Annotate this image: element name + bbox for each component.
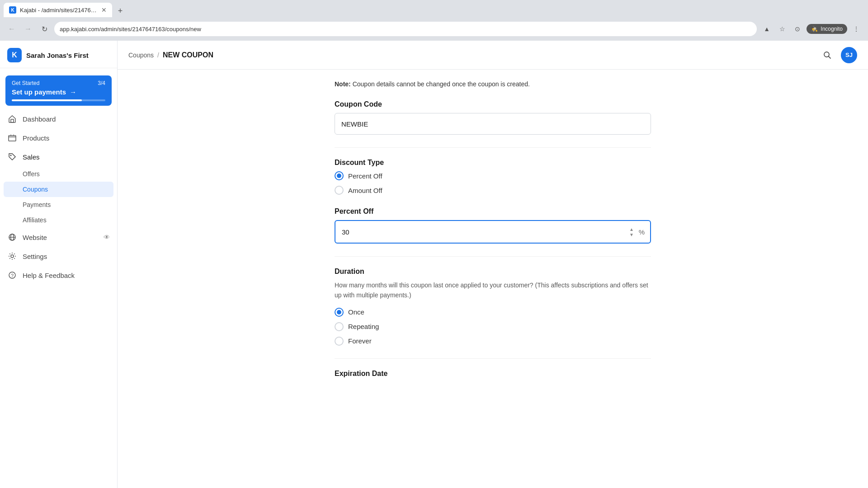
- sidebar-sub-item-affiliates[interactable]: Affiliates: [0, 212, 117, 228]
- coupon-code-input[interactable]: [335, 113, 651, 135]
- duration-radio-group: Once Repeating Forever: [335, 308, 651, 346]
- percent-off-radio-circle: [335, 171, 344, 180]
- sidebar-sub-item-offers[interactable]: Offers: [0, 166, 117, 182]
- repeating-radio-circle: [335, 322, 344, 331]
- house-icon: [7, 114, 17, 124]
- sidebar-sub-item-payments[interactable]: Payments: [0, 197, 117, 212]
- page-header: Coupons / NEW COUPON SJ: [118, 41, 868, 70]
- sidebar-logo: K Sarah Jonas's First: [0, 41, 117, 68]
- incognito-label: Incognito: [821, 26, 843, 32]
- svg-rect-1: [9, 136, 16, 141]
- sidebar: K Sarah Jonas's First Get Started 3/4 Se…: [0, 41, 118, 488]
- duration-label: Duration: [335, 267, 651, 276]
- repeating-radio[interactable]: Repeating: [335, 322, 651, 331]
- coupon-code-label: Coupon Code: [335, 100, 651, 108]
- bookmark-button[interactable]: ☆: [776, 23, 788, 35]
- sidebar-item-label: Settings: [23, 253, 47, 260]
- get-started-progress-bar: [12, 99, 105, 101]
- percent-off-section: Percent Off ▲ ▼ %: [335, 207, 651, 244]
- breadcrumb-current: NEW COUPON: [163, 51, 213, 59]
- menu-button[interactable]: ⋮: [850, 23, 863, 35]
- sidebar-item-label: Products: [23, 134, 49, 142]
- app: K Sarah Jonas's First Get Started 3/4 Se…: [0, 41, 868, 488]
- divider-3: [335, 358, 651, 359]
- question-icon: ?: [7, 270, 17, 280]
- once-radio[interactable]: Once: [335, 308, 651, 317]
- svg-point-6: [11, 255, 14, 258]
- logo-text: Sarah Jonas's First: [26, 52, 89, 59]
- get-started-progress: 3/4: [98, 80, 105, 86]
- sub-item-label: Coupons: [23, 186, 48, 193]
- divider-2: [335, 256, 651, 257]
- coupon-code-section: Coupon Code: [335, 100, 651, 135]
- tab-title: Kajabi - /admin/sites/214764716...: [20, 7, 98, 14]
- logo-icon: K: [7, 48, 22, 62]
- note-prefix: Note:: [335, 80, 351, 88]
- header-actions: SJ: [819, 47, 857, 63]
- address-bar[interactable]: app.kajabi.com/admin/sites/2147647163/co…: [54, 22, 757, 36]
- get-started-label: Get Started: [12, 80, 39, 86]
- profile-button[interactable]: ⊙: [791, 23, 804, 35]
- percent-off-label: Percent Off: [348, 172, 382, 180]
- sidebar-item-dashboard[interactable]: Dashboard: [0, 109, 117, 128]
- sidebar-content: Get Started 3/4 Set up payments →: [0, 68, 117, 488]
- breadcrumb-parent[interactable]: Coupons: [128, 52, 154, 59]
- new-tab-button[interactable]: +: [114, 5, 127, 17]
- discount-type-section: Discount Type Percent Off Amount Off: [335, 159, 651, 195]
- forever-radio[interactable]: Forever: [335, 337, 651, 346]
- expiration-date-section: Expiration Date: [335, 370, 651, 378]
- percent-off-input[interactable]: [335, 220, 651, 244]
- note-box: Note: Coupon details cannot be changed o…: [335, 80, 651, 88]
- percent-off-radio[interactable]: Percent Off: [335, 171, 651, 180]
- incognito-button[interactable]: 🕵 Incognito: [807, 24, 847, 34]
- once-radio-circle: [335, 308, 344, 317]
- forever-radio-circle: [335, 337, 344, 346]
- sidebar-item-label: Sales: [23, 153, 40, 161]
- spin-down-button[interactable]: ▼: [628, 232, 635, 237]
- get-started-banner[interactable]: Get Started 3/4 Set up payments →: [5, 75, 112, 106]
- browser-toolbar: ← → ↻ app.kajabi.com/admin/sites/2147647…: [0, 17, 868, 41]
- browser-chrome: K Kajabi - /admin/sites/214764716... ✕ +…: [0, 0, 868, 41]
- percent-off-field-label: Percent Off: [335, 207, 651, 216]
- percent-symbol: %: [639, 228, 645, 236]
- tab-close-button[interactable]: ✕: [101, 6, 107, 14]
- sub-item-label: Offers: [23, 170, 40, 178]
- sidebar-item-products[interactable]: Products: [0, 128, 117, 147]
- eye-icon: 👁: [104, 234, 110, 241]
- discount-type-radio-group: Percent Off Amount Off: [335, 171, 651, 195]
- discount-type-label: Discount Type: [335, 159, 651, 167]
- reload-button[interactable]: ↻: [38, 23, 51, 35]
- svg-line-10: [829, 56, 831, 58]
- main-area: Coupons / NEW COUPON SJ Note:: [118, 41, 868, 488]
- breadcrumb-separator: /: [157, 52, 159, 59]
- amount-off-radio[interactable]: Amount Off: [335, 186, 651, 195]
- note-text: Coupon details cannot be changed once th…: [353, 80, 530, 88]
- forward-button[interactable]: →: [22, 23, 34, 35]
- search-button[interactable]: [819, 47, 835, 63]
- sub-item-label: Affiliates: [23, 216, 47, 224]
- tab-favicon: K: [9, 6, 16, 14]
- once-label: Once: [348, 308, 364, 316]
- sidebar-item-settings[interactable]: Settings: [0, 247, 117, 266]
- sidebar-item-website[interactable]: Website 👁: [0, 228, 117, 247]
- back-button[interactable]: ←: [5, 23, 18, 35]
- breadcrumb: Coupons / NEW COUPON: [128, 51, 814, 59]
- sidebar-item-label: Website: [23, 234, 47, 241]
- repeating-label: Repeating: [348, 323, 379, 330]
- amount-off-radio-circle: [335, 186, 344, 195]
- sidebar-item-sales[interactable]: Sales: [0, 147, 117, 166]
- forever-label: Forever: [348, 337, 372, 345]
- avatar[interactable]: SJ: [841, 47, 857, 63]
- cast-button[interactable]: ▲: [760, 23, 773, 35]
- duration-description: How many months will this coupon last on…: [335, 280, 651, 300]
- sidebar-item-help[interactable]: ? Help & Feedback: [0, 266, 117, 285]
- sidebar-sub-item-coupons[interactable]: Coupons: [4, 182, 113, 197]
- browser-tabs: K Kajabi - /admin/sites/214764716... ✕ +: [0, 0, 868, 17]
- divider: [335, 147, 651, 148]
- sidebar-item-label: Help & Feedback: [23, 272, 75, 279]
- expiration-date-label: Expiration Date: [335, 370, 651, 378]
- gear-icon: [7, 251, 17, 261]
- active-tab[interactable]: K Kajabi - /admin/sites/214764716... ✕: [4, 3, 112, 17]
- spin-up-button[interactable]: ▲: [628, 227, 635, 231]
- toolbar-actions: ▲ ☆ ⊙ 🕵 Incognito ⋮: [760, 23, 863, 35]
